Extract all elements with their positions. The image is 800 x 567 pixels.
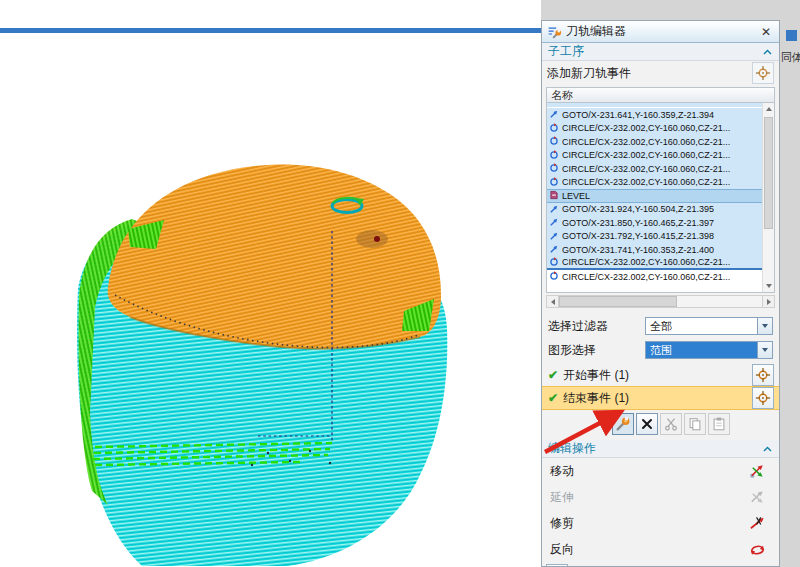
- list-item[interactable]: GOTO/X-231.741,Y-160.353,Z-21.400: [547, 243, 762, 257]
- copy-button[interactable]: [684, 413, 706, 435]
- top-menu-strip: [0, 0, 541, 28]
- list-item-text: CIRCLE/CX-232.002,CY-160.060,CZ-21...: [562, 257, 730, 267]
- list-item[interactable]: LEVEL: [547, 189, 762, 203]
- delete-x-button[interactable]: [636, 413, 658, 435]
- level-icon: [549, 190, 560, 201]
- paste-button[interactable]: [708, 413, 730, 435]
- graphic-selection-value: 范围: [646, 342, 757, 358]
- list-item-text: LEVEL: [562, 191, 590, 201]
- goto-icon: [549, 244, 560, 255]
- list-item-text: CIRCLE/CX-232.002,CY-160.060,CZ-21...: [562, 177, 730, 187]
- scroll-down-icon[interactable]: [763, 280, 774, 292]
- vertical-scrollbar[interactable]: [762, 103, 774, 292]
- crosshair-target-icon: [755, 390, 771, 406]
- toolpath-event-list: GOTO/X-231.641,Y-160.359,Z-21.394CIRCLE/…: [547, 103, 762, 284]
- dialog-title: 刀轨编辑器: [566, 23, 626, 40]
- filter-select[interactable]: 全部: [645, 317, 773, 335]
- list-item[interactable]: CIRCLE/CX-232.002,CY-160.060,CZ-21...: [547, 270, 762, 284]
- wrench-button[interactable]: [612, 413, 634, 435]
- edit-operations-list: 移动延伸修剪反向: [542, 458, 779, 562]
- list-item[interactable]: CIRCLE/CX-232.002,CY-160.060,CZ-21...: [547, 122, 762, 136]
- crosshair-target-icon: [755, 367, 771, 383]
- vertical-scroll-thumb[interactable]: [764, 117, 773, 229]
- reverse-button[interactable]: [745, 539, 769, 559]
- list-item[interactable]: CIRCLE/CX-232.002,CY-160.060,CZ-21...: [547, 257, 762, 271]
- graphic-selection-row: 图形选择 范围: [542, 338, 779, 362]
- circle-icon: [549, 271, 560, 282]
- edit-op-row: 修剪: [542, 510, 779, 536]
- toolpath-editor-icon: [547, 24, 562, 39]
- start-event-row[interactable]: ✔ 开始事件 (1): [542, 364, 779, 386]
- list-item[interactable]: GOTO/X-231.641,Y-160.359,Z-21.394: [547, 108, 762, 122]
- toolpath-editor-dialog: 刀轨编辑器 ✕ 子工序 添加新刀轨事件: [541, 20, 780, 567]
- circle-icon: [549, 136, 560, 147]
- list-item[interactable]: GOTO/X-231.924,Y-160.504,Z-21.395: [547, 203, 762, 217]
- part-dome-orange-toolpath: [108, 164, 441, 348]
- move-icon: [748, 463, 767, 480]
- horizontal-scroll-thumb[interactable]: [559, 296, 677, 307]
- start-event-point-button[interactable]: [752, 364, 774, 386]
- graphics-viewport[interactable]: [0, 33, 541, 567]
- tool-shadow: [356, 230, 388, 248]
- trim-icon: [748, 515, 767, 532]
- delete-x-icon: [639, 416, 655, 432]
- right-toolbar-strip: 同体: [780, 0, 800, 567]
- list-item-text: CIRCLE/CX-232.002,CY-160.060,CZ-21...: [562, 137, 730, 147]
- crosshair-target-icon: [755, 65, 771, 81]
- graphic-selection-select[interactable]: 范围: [645, 341, 773, 359]
- move-button[interactable]: [745, 461, 769, 481]
- wrench-icon: [615, 416, 631, 432]
- circle-icon: [549, 150, 560, 161]
- scroll-right-icon[interactable]: [762, 295, 775, 308]
- edit-op-row: 移动: [542, 458, 779, 484]
- extend-button: [745, 487, 769, 507]
- horizontal-scrollbar[interactable]: [546, 295, 775, 308]
- list-column-header[interactable]: 名称: [546, 87, 775, 103]
- cut-button[interactable]: [660, 413, 682, 435]
- scroll-up-icon[interactable]: [763, 103, 774, 115]
- clipped-toolbar-text: 同体: [781, 50, 800, 65]
- end-event-label: 结束事件 (1): [563, 390, 629, 407]
- dialog-titlebar[interactable]: 刀轨编辑器 ✕: [542, 21, 779, 43]
- chevron-up-icon: [762, 48, 773, 56]
- close-icon[interactable]: ✕: [758, 25, 774, 39]
- section-header-editops[interactable]: 编辑操作: [542, 440, 779, 458]
- toolpath-event-listbox: GOTO/X-231.641,Y-160.359,Z-21.394CIRCLE/…: [546, 103, 775, 293]
- list-item[interactable]: GOTO/X-231.792,Y-160.415,Z-21.398: [547, 230, 762, 244]
- list-item-text: CIRCLE/CX-232.002,CY-160.060,CZ-21...: [562, 272, 730, 282]
- section-header-subop[interactable]: 子工序: [542, 43, 779, 61]
- list-item-text: GOTO/X-231.924,Y-160.504,Z-21.395: [562, 204, 714, 214]
- end-event-point-button[interactable]: [752, 387, 774, 409]
- list-item-text: CIRCLE/CX-232.002,CY-160.060,CZ-21...: [562, 150, 730, 160]
- list-item[interactable]: CIRCLE/CX-232.002,CY-160.060,CZ-21...: [547, 135, 762, 149]
- add-event-point-button[interactable]: [752, 62, 774, 84]
- edit-op-row: 延伸: [542, 484, 779, 510]
- paste-icon: [711, 416, 727, 432]
- chevron-down-icon[interactable]: [757, 318, 772, 334]
- list-item[interactable]: CIRCLE/CX-232.002,CY-160.060,CZ-21...: [547, 162, 762, 176]
- add-event-row: 添加新刀轨事件: [542, 61, 779, 85]
- toolpath-3d-scene: [0, 33, 541, 567]
- list-item[interactable]: GOTO/X-231.850,Y-160.465,Z-21.397: [547, 216, 762, 230]
- edit-op-row: 反向: [542, 536, 779, 562]
- chevron-down-icon[interactable]: [757, 342, 772, 358]
- toolbar-chip: [786, 30, 797, 41]
- application-window: 刀轨编辑器 ✕ 子工序 添加新刀轨事件: [0, 0, 800, 567]
- graphic-selection-label: 图形选择: [548, 342, 596, 359]
- list-item[interactable]: CIRCLE/CX-232.002,CY-160.060,CZ-21...: [547, 149, 762, 163]
- scroll-left-icon[interactable]: [546, 295, 559, 308]
- add-event-label: 添加新刀轨事件: [547, 65, 631, 82]
- trim-button[interactable]: [745, 513, 769, 533]
- tool-contact-dot: [374, 236, 380, 242]
- list-item-text: CIRCLE/CX-232.002,CY-160.060,CZ-21...: [562, 123, 730, 133]
- chevron-up-icon: [762, 445, 773, 453]
- end-event-row[interactable]: ✔ 结束事件 (1): [542, 386, 779, 410]
- list-item[interactable]: CIRCLE/CX-232.002,CY-160.060,CZ-21...: [547, 176, 762, 190]
- filter-row: 选择过滤器 全部: [542, 314, 779, 338]
- filter-label: 选择过滤器: [548, 318, 608, 335]
- circle-icon: [549, 123, 560, 134]
- list-item-text: CIRCLE/CX-232.002,CY-160.060,CZ-21...: [562, 164, 730, 174]
- edit-op-label: 移动: [550, 463, 574, 480]
- circle-icon: [549, 257, 560, 268]
- horizontal-scroll-track[interactable]: [559, 295, 762, 308]
